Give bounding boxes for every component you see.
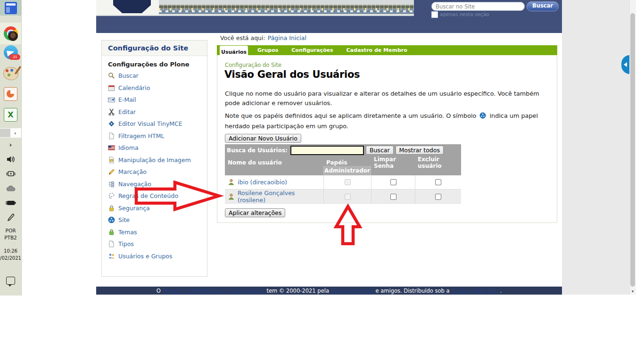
- taskbar-camera[interactable]: [0, 168, 21, 180]
- site-logo[interactable]: [113, 0, 151, 13]
- portlet-title: Configuração do Site: [102, 41, 207, 56]
- taskbar-app-chrome[interactable]: [0, 23, 21, 44]
- taskbar-clock[interactable]: 10:26 /02/2021: [0, 247, 21, 262]
- footer-foundation-link[interactable]: Fundação Plone: [331, 288, 374, 294]
- user-search-input[interactable]: [290, 146, 364, 155]
- user-search-button[interactable]: Buscar: [366, 146, 394, 155]
- user-name-cell: ibio (direcaoibio): [225, 175, 323, 189]
- admin-role-cell: [323, 175, 371, 189]
- delete-user-cell: [415, 189, 461, 204]
- screen: { "colors": { "accent_green": "#76ad0b",…: [0, 0, 644, 362]
- footer-license-link[interactable]: Licença GNU GPL: [452, 288, 498, 294]
- peek-thumbnail: [0, 129, 10, 137]
- users-table: Busca de Usuários: Buscar Mostrar todos …: [225, 144, 461, 204]
- browser-gutter: ▾: [562, 0, 636, 295]
- chrome-profile-avatar: [8, 31, 18, 41]
- table-row: Rosilene Gonçalves (rosilene): [225, 189, 461, 204]
- lasso-icon: [108, 192, 115, 199]
- tab-grupos[interactable]: Grupos: [251, 47, 285, 53]
- flag-icon: [108, 144, 115, 151]
- calculator-icon: [5, 2, 17, 14]
- tree-list-icon: [108, 181, 115, 188]
- language-line2: PTB2: [0, 234, 21, 241]
- table-row: ibio (direcaoibio): [225, 175, 461, 189]
- taskbar-app-excel[interactable]: X: [0, 107, 21, 123]
- show-all-button[interactable]: Mostrar todos: [396, 146, 444, 155]
- sidebar-item-tinymce: Editor Visual TinyMCE: [108, 118, 204, 130]
- user-search-label: Busca de Usuários:: [227, 147, 288, 154]
- sidebar-item-manipulacao-imagem: Manipulação de Imagem: [108, 154, 204, 166]
- padlock-icon: [108, 205, 115, 212]
- cloud-icon: [6, 185, 16, 192]
- portlet-body: Configurações do Plone Buscar Calendário…: [102, 56, 207, 262]
- taskbar-pen[interactable]: [0, 211, 21, 222]
- powerpoint-icon: [4, 87, 17, 101]
- subheader-empty: [225, 166, 323, 175]
- only-this-section-label: apenas nesta seção: [440, 11, 489, 17]
- taskbar-volume[interactable]: [0, 154, 21, 165]
- sidebar-item-editar: Editar: [108, 106, 204, 118]
- note-text-before: Note que os papéis definidos aqui se apl…: [225, 112, 476, 119]
- taskbar-battery[interactable]: [0, 197, 21, 208]
- sidebar-item-usuarios-grupos: Usuários e Grupos: [108, 250, 204, 263]
- taskbar-language-indicator[interactable]: POR PTB2: [0, 227, 21, 241]
- document-icon: [108, 240, 115, 247]
- sidebar-item-navegacao: Navegação: [108, 178, 204, 190]
- user-link[interactable]: ibio (direcaoibio): [238, 179, 287, 186]
- taskbar-app-paint[interactable]: [0, 65, 21, 82]
- scrollbar-down-arrow[interactable]: ▾: [629, 288, 636, 295]
- user-name-cell: Rosilene Gonçalves (rosilene): [225, 189, 323, 204]
- footer-copyright: tem © 2000-2021 pela: [266, 288, 329, 294]
- photo-boat-hulls: [159, 10, 414, 13]
- only-this-section-checkbox[interactable]: [431, 11, 438, 18]
- admin-role-checkbox[interactable]: [345, 194, 351, 200]
- pencil-icon: [108, 168, 115, 175]
- tab-usuarios[interactable]: Usuários: [220, 46, 248, 58]
- scrollbar-thumb[interactable]: [630, 13, 635, 287]
- sidebar-item-regras-conteudo: Regras de Conteúdo: [108, 190, 204, 202]
- page-title: Visão Geral dos Usuários: [224, 69, 360, 80]
- site-search-button[interactable]: Buscar: [527, 1, 559, 11]
- tab-configuracoes[interactable]: Configurações: [285, 47, 339, 53]
- site-search-input[interactable]: [431, 2, 525, 11]
- subheader-empty: [371, 166, 415, 175]
- taskbar-peek-strip[interactable]: ›: [0, 128, 21, 138]
- taskbar-notification-center[interactable]: [0, 273, 21, 288]
- admin-role-checkbox[interactable]: [345, 179, 351, 185]
- reset-password-checkbox[interactable]: [390, 194, 396, 200]
- apply-changes-button[interactable]: Aplicar alterações: [225, 208, 285, 217]
- reset-password-checkbox[interactable]: [390, 179, 396, 185]
- tab-cadastro-membro[interactable]: Cadastro de Membro: [340, 47, 414, 53]
- delete-user-checkbox[interactable]: [435, 179, 441, 185]
- breadcrumb-home-link[interactable]: Página Inicial: [268, 34, 306, 41]
- add-user-button[interactable]: Adicionar Novo Usuário: [225, 134, 301, 143]
- taskbar-app-calculator[interactable]: [0, 0, 21, 16]
- inherited-role-icon: [479, 112, 486, 122]
- table-subheader-row: Administrador: [225, 166, 461, 175]
- pen-icon: [7, 213, 15, 221]
- user-link[interactable]: Rosilene Gonçalves (rosilene): [238, 189, 323, 204]
- image-document-icon: [108, 156, 115, 164]
- excel-icon: X: [4, 108, 17, 122]
- side-panel-handle[interactable]: [621, 55, 630, 74]
- language-line1: POR: [0, 227, 21, 234]
- section-up-link[interactable]: Configuração do Site: [225, 62, 281, 68]
- site-setup-portlet: Configuração do Site Configurações do Pl…: [101, 40, 207, 277]
- subheader-empty: [415, 166, 461, 175]
- taskbar-app-powerpoint[interactable]: [0, 86, 21, 102]
- site-footer: O Plone® - CMS/WCM de Código Aberto tem …: [96, 287, 562, 295]
- basket-icon: [108, 229, 115, 236]
- sidebar-item-tipos: Tipos: [108, 238, 204, 250]
- site-banner: [96, 0, 414, 16]
- taskbar-onedrive[interactable]: [0, 183, 21, 194]
- plone-site-window: Buscar apenas nesta seção Você está aqui…: [96, 0, 562, 295]
- footer-suffix: .: [500, 288, 502, 294]
- taskbar-show-hidden-icons[interactable]: ›: [0, 140, 21, 150]
- banner-photo: [159, 0, 414, 14]
- role-administrador: Administrador: [323, 166, 371, 175]
- sidebar-item-calendario: Calendário: [108, 82, 204, 94]
- sidebar-item-idioma: Idioma: [108, 142, 204, 154]
- footer-plone-link[interactable]: Plone® - CMS/WCM de Código Aberto: [163, 288, 265, 294]
- portlet-group-title: Configurações do Plone: [108, 61, 204, 68]
- delete-user-checkbox[interactable]: [435, 194, 441, 200]
